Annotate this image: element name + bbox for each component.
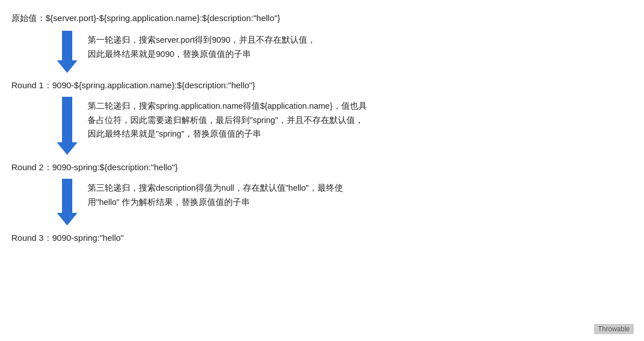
round-2-text: Round 2：9090-spring:${description:"hello… (11, 162, 178, 172)
step-3-line-1: 第三轮递归，搜索description得值为null，存在默认值"hello"，… (88, 183, 343, 192)
step-1-line-1: 第一轮递归，搜索server.port得到9090，并且不存在默认值， (88, 35, 316, 44)
step-3-block: 第三轮递归，搜索description得值为null，存在默认值"hello"，… (57, 179, 627, 225)
step-2-block: 第二轮递归，搜索spring.application.name得值${appli… (57, 97, 627, 155)
original-value-text: 原始值：${server.port}-${spring.application.… (11, 13, 280, 23)
round-2: Round 2：9090-spring:${description:"hello… (11, 161, 627, 174)
step-3-line-2: 用"hello" 作为解析结果，替换原值值的子串 (88, 198, 250, 207)
step-1-text: 第一轮递归，搜索server.port得到9090，并且不存在默认值， 因此最终… (88, 31, 316, 61)
step-1-line-2: 因此最终结果就是9090，替换原值值的子串 (88, 50, 251, 59)
round-3-text: Round 3：9090-spring:"hello" (11, 233, 123, 243)
step-2-line-2: 备占位符，因此需要递归解析值，最后得到"spring"，并且不存在默认值， (88, 116, 364, 125)
step-2-section: 第二轮递归，搜索spring.application.name得值${appli… (11, 97, 627, 155)
arrow-2-head (57, 142, 77, 155)
round-3: Round 3：9090-spring:"hello" (11, 231, 627, 245)
step-3-arrow (57, 179, 77, 225)
step-1-section: 第一轮递归，搜索server.port得到9090，并且不存在默认值， 因此最终… (11, 31, 627, 73)
step-1-arrow (57, 31, 77, 73)
step-1-block: 第一轮递归，搜索server.port得到9090，并且不存在默认值， 因此最终… (57, 31, 627, 73)
step-3-text: 第三轮递归，搜索description得值为null，存在默认值"hello"，… (88, 179, 343, 209)
arrow-3-line (62, 179, 72, 213)
round-1-text: Round 1：9090-${spring.application.name}:… (11, 80, 255, 90)
step-2-line-3: 因此最终结果就是"spring"，替换原值值的子串 (88, 129, 261, 138)
arrow-1-line (62, 31, 72, 60)
arrow-1-head (57, 60, 77, 73)
step-2-line-1: 第二轮递归，搜索spring.application.name得值${appli… (88, 101, 367, 110)
step-3-section: 第三轮递归，搜索description得值为null，存在默认值"hello"，… (11, 179, 627, 225)
arrow-3-head (57, 213, 77, 225)
original-value: 原始值：${server.port}-${spring.application.… (11, 11, 627, 25)
step-2-arrow (57, 97, 77, 155)
round-1: Round 1：9090-${spring.application.name}:… (11, 79, 627, 92)
arrow-2-line (62, 97, 72, 142)
step-2-text: 第二轮递归，搜索spring.application.name得值${appli… (88, 97, 367, 141)
watermark-text: Throwable (598, 325, 630, 333)
watermark: Throwable (594, 324, 634, 334)
